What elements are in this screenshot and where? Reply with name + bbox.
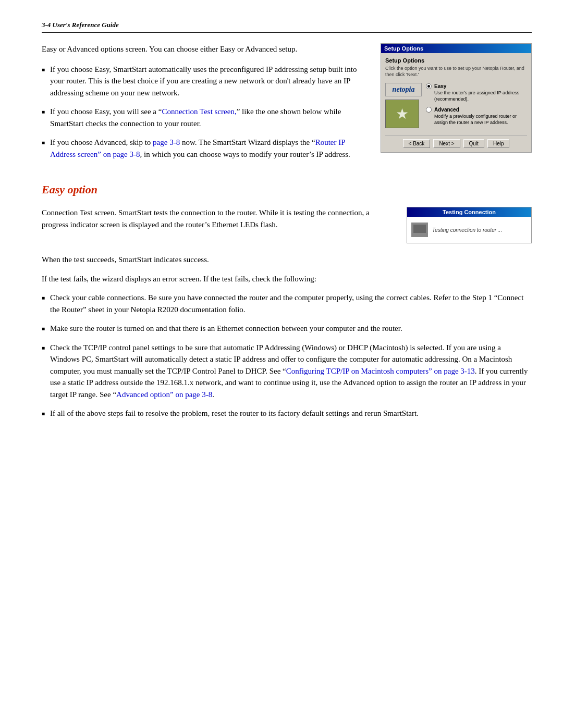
bullet-connection-test: If you choose Easy, you will see a “Conn… (42, 106, 365, 129)
fail-bullet2-text: Make sure the router is turned on and th… (50, 323, 402, 335)
bullet-advanced-choice: If you choose Advanced, skip to page 3-8… (42, 137, 365, 160)
logo-image: ★ (385, 100, 419, 128)
dialog-inner: netopia ★ Easy Use the router's pre-assi… (385, 83, 527, 130)
logo-area: netopia ★ (385, 83, 422, 130)
setup-options-dialog: Setup Options Setup Options Click the op… (381, 43, 532, 153)
easy-text: Connection Test screen. SmartStart tests… (42, 207, 391, 239)
fail-bullet3-text: Check the TCP/IP control panel settings … (50, 342, 532, 401)
fail-para: If the test fails, the wizard displays a… (42, 273, 532, 285)
dialog-titlebar: Setup Options (381, 44, 531, 53)
router-icon (411, 223, 428, 237)
intro-bullets: If you choose Easy, SmartStart automatic… (42, 64, 365, 161)
intro-section: Easy or Advanced options screen. You can… (42, 43, 532, 167)
intro-text: Easy or Advanced options screen. You can… (42, 43, 365, 167)
bullet-connection-test-text: If you choose Easy, you will see a “Conn… (50, 106, 365, 129)
fail-bullet4-text: If all of the above steps fail to resolv… (50, 408, 419, 419)
easy-section: Connection Test screen. SmartStart tests… (42, 207, 532, 243)
easy-option: Easy Use the router's pre-assigned IP ad… (426, 83, 527, 102)
testing-body: Testing connection to router ... (407, 217, 531, 243)
next-button[interactable]: Next > (433, 139, 460, 148)
page-header: 3-4 User's Reference Guide (42, 21, 532, 33)
back-button[interactable]: < Back (403, 139, 431, 148)
fail-bullet1: Check your cable connections. Be sure yo… (42, 292, 532, 315)
testing-text: Testing connection to router ... (432, 227, 502, 233)
fail-bullet3: Check the TCP/IP control panel settings … (42, 342, 532, 401)
dialog-options: Easy Use the router's pre-assigned IP ad… (426, 83, 527, 130)
easy-radio[interactable] (426, 83, 432, 89)
easy-label: Easy Use the router's pre-assigned IP ad… (434, 83, 527, 102)
dialog-body: Setup Options Click the option you want … (381, 53, 531, 152)
intro-para1: Easy or Advanced options screen. You can… (42, 43, 365, 55)
dialog-header: Setup Options (385, 57, 527, 64)
easy-option-heading: Easy option (42, 183, 532, 196)
netopia-logo: netopia (385, 83, 422, 96)
advanced-label: Advanced Modify a previously configured … (434, 106, 527, 126)
easy-para1: Connection Test screen. SmartStart tests… (42, 207, 391, 230)
fail-bullet1-text: Check your cable connections. Be sure yo… (50, 292, 532, 315)
bullet-advanced-choice-text: If you choose Advanced, skip to page 3-8… (50, 137, 365, 160)
lower-section: When the test succeeds, SmartStart indic… (42, 254, 532, 419)
fail-bullet4: If all of the above steps fail to resolv… (42, 408, 532, 419)
success-para: When the test succeeds, SmartStart indic… (42, 254, 532, 266)
help-button[interactable]: Help (487, 139, 510, 148)
fail-bullet2: Make sure the router is turned on and th… (42, 323, 532, 335)
testing-connection-dialog: Testing Connection Testing connection to… (407, 207, 532, 243)
advanced-radio[interactable] (426, 107, 432, 113)
quit-button[interactable]: Quit (463, 139, 484, 148)
dialog-buttons: < Back Next > Quit Help (385, 135, 527, 148)
bullet-easy-text: If you choose Easy, SmartStart automatic… (50, 64, 365, 99)
advanced-option: Advanced Modify a previously configured … (426, 106, 527, 126)
fail-bullets: Check your cable connections. Be sure yo… (42, 292, 532, 419)
dialog-subtext: Click the option you want to use to set … (385, 66, 527, 78)
bullet-easy: If you choose Easy, SmartStart automatic… (42, 64, 365, 99)
logo-star-icon: ★ (396, 105, 409, 122)
testing-titlebar: Testing Connection (407, 207, 531, 217)
